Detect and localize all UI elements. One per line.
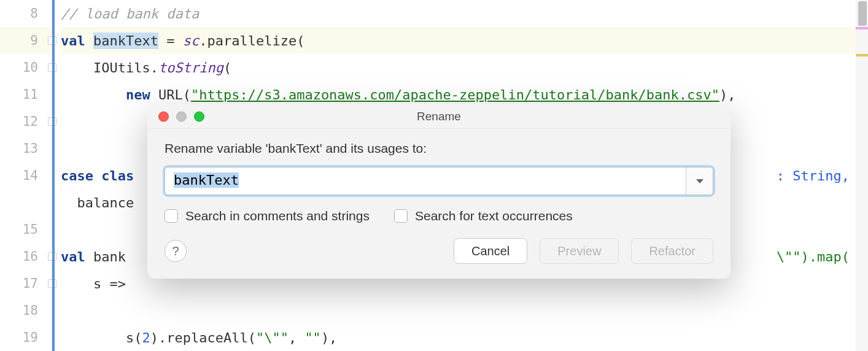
dialog-title: Rename (147, 110, 730, 123)
line-number: 11 (0, 81, 52, 108)
minimize-icon (176, 111, 187, 122)
close-icon[interactable] (158, 111, 169, 122)
help-icon: ? (172, 244, 179, 258)
line-number: 14 (0, 162, 52, 189)
checkbox-icon[interactable] (165, 209, 178, 223)
code-line (61, 297, 868, 324)
rename-input-combo[interactable]: bankText (165, 167, 713, 195)
line-number: 9 (0, 27, 52, 54)
checkbox-label: Search in comments and strings (185, 209, 370, 223)
code-line: s(2).replaceAll("\"", ""), (61, 324, 868, 351)
checkbox-label: Search for text occurrences (415, 209, 573, 223)
traffic-lights (158, 111, 204, 122)
preview-button[interactable]: Preview (540, 238, 619, 264)
search-comments-checkbox[interactable]: Search in comments and strings (165, 209, 370, 223)
scrollbar-thumb[interactable] (858, 1, 867, 26)
dropdown-button[interactable] (686, 168, 713, 195)
line-number: 12 (0, 108, 52, 135)
help-button[interactable]: ? (165, 240, 187, 262)
code-line: IOUtils.toString( (61, 54, 868, 81)
line-number: 13 (0, 135, 52, 162)
line-number: 18 (0, 297, 52, 324)
rename-input[interactable]: bankText (165, 168, 686, 195)
gutter: 8 9 10 11 12 13 14 15 16 17 18 19 (0, 0, 52, 351)
line-number: 15 (0, 216, 52, 243)
line-number: 19 (0, 324, 52, 351)
chevron-down-icon (696, 179, 703, 183)
search-text-occurrences-checkbox[interactable]: Search for text occurrences (394, 209, 573, 223)
line-number: 10 (0, 54, 52, 81)
rename-dialog: Rename Rename variable 'bankText' and it… (147, 104, 730, 279)
code-line: val bankText = sc.parallelize( (61, 27, 868, 54)
code-line: // load bank data (61, 0, 868, 27)
rename-prompt-label: Rename variable 'bankText' and its usage… (165, 141, 713, 156)
checkbox-icon[interactable] (394, 209, 408, 223)
error-stripe-marker[interactable] (856, 27, 868, 29)
maximize-icon[interactable] (194, 111, 204, 122)
vertical-scrollbar[interactable] (856, 0, 868, 351)
line-number: 16 (0, 243, 52, 270)
line-number (0, 189, 52, 216)
line-number: 8 (0, 0, 52, 27)
cancel-button[interactable]: Cancel (454, 238, 527, 264)
dialog-body: Rename variable 'bankText' and its usage… (147, 129, 730, 279)
dialog-footer: ? Cancel Preview Refactor (165, 238, 713, 264)
refactor-button[interactable]: Refactor (631, 238, 713, 264)
error-stripe-marker[interactable] (856, 54, 868, 56)
dialog-titlebar[interactable]: Rename (147, 104, 730, 129)
line-number: 17 (0, 270, 52, 297)
